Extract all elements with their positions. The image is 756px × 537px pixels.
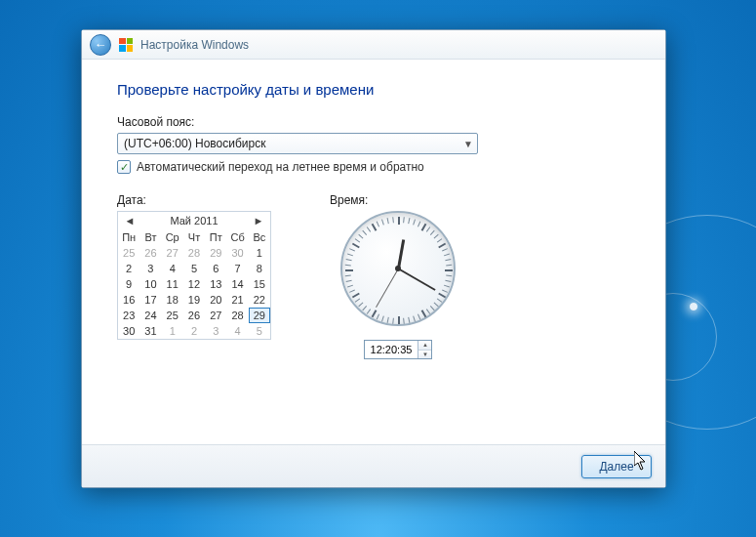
calendar-day[interactable]: 15	[249, 276, 270, 292]
analog-clock	[340, 211, 456, 326]
calendar-day[interactable]: 10	[139, 276, 161, 292]
calendar-day[interactable]: 26	[183, 308, 205, 323]
calendar-dow: Вс	[249, 229, 270, 245]
date-label: Дата:	[117, 193, 271, 207]
titlebar: ← Настройка Windows	[82, 30, 665, 60]
calendar-day[interactable]: 3	[205, 323, 226, 339]
calendar-dow: Пн	[118, 229, 139, 245]
calendar-day[interactable]: 26	[139, 245, 161, 261]
timezone-combobox[interactable]: (UTC+06:00) Новосибирск ▼	[117, 133, 478, 154]
calendar-day[interactable]: 30	[226, 245, 248, 261]
calendar-day[interactable]: 9	[118, 276, 139, 292]
calendar-day[interactable]: 22	[249, 292, 270, 308]
setup-window: ← Настройка Windows Проверьте настройку …	[81, 29, 666, 488]
page-heading: Проверьте настройку даты и времени	[117, 81, 630, 98]
calendar-day[interactable]: 6	[205, 261, 226, 276]
timezone-label: Часовой пояс:	[117, 115, 630, 129]
calendar-day[interactable]: 11	[162, 276, 183, 292]
calendar-day[interactable]: 12	[183, 276, 205, 292]
calendar-day[interactable]: 25	[118, 245, 139, 261]
footer: Далее	[82, 444, 665, 487]
calendar-day[interactable]: 27	[162, 245, 183, 261]
calendar-day[interactable]: 2	[183, 323, 205, 339]
calendar-day[interactable]: 17	[139, 292, 161, 308]
time-up-button[interactable]: ▲	[418, 341, 431, 351]
window-title: Настройка Windows	[140, 38, 249, 52]
calendar-dow: Сб	[226, 229, 248, 245]
windows-logo-icon	[119, 38, 133, 52]
calendar-day[interactable]: 19	[183, 292, 205, 308]
calendar-day[interactable]: 24	[139, 308, 161, 323]
arrow-left-icon: ←	[95, 38, 107, 51]
chevron-down-icon: ▼	[463, 139, 473, 149]
back-button[interactable]: ←	[90, 34, 111, 56]
calendar-day[interactable]: 29	[249, 308, 270, 323]
calendar-day[interactable]: 8	[249, 261, 270, 276]
calendar-dow: Пт	[205, 229, 226, 245]
calendar-day[interactable]: 23	[118, 308, 139, 323]
calendar-day[interactable]: 7	[226, 261, 248, 276]
calendar-day[interactable]: 3	[139, 261, 161, 276]
calendar-day[interactable]: 21	[226, 292, 248, 308]
dst-checkbox[interactable]: ✓	[117, 160, 131, 174]
time-label: Время:	[330, 193, 466, 207]
calendar-dow: Ср	[162, 229, 183, 245]
calendar: ◄ Май 2011 ► ПнВтСрЧтПтСбВс 252627282930…	[117, 211, 271, 340]
calendar-day[interactable]: 5	[249, 323, 270, 339]
time-spinner[interactable]: 12:20:35 ▲ ▼	[364, 340, 433, 359]
dst-label: Автоматический переход на летнее время и…	[137, 160, 424, 174]
calendar-day[interactable]: 4	[162, 261, 183, 276]
calendar-day[interactable]: 1	[162, 323, 183, 339]
time-value[interactable]: 12:20:35	[365, 341, 418, 358]
calendar-day[interactable]: 28	[183, 245, 205, 261]
calendar-prev-button[interactable]: ◄	[124, 215, 136, 227]
calendar-day[interactable]: 4	[226, 323, 248, 339]
calendar-day[interactable]: 5	[183, 261, 205, 276]
calendar-day[interactable]: 2	[118, 261, 139, 276]
calendar-dow: Вт	[139, 229, 161, 245]
calendar-day[interactable]: 1	[249, 245, 270, 261]
next-button[interactable]: Далее	[581, 455, 652, 478]
calendar-day[interactable]: 27	[205, 308, 226, 323]
calendar-next-button[interactable]: ►	[253, 215, 264, 227]
calendar-day[interactable]: 14	[226, 276, 248, 292]
calendar-day[interactable]: 13	[205, 276, 226, 292]
calendar-day[interactable]: 30	[118, 323, 139, 339]
timezone-selected: (UTC+06:00) Новосибирск	[124, 137, 265, 150]
calendar-day[interactable]: 18	[162, 292, 183, 308]
calendar-day[interactable]: 20	[205, 292, 226, 308]
time-down-button[interactable]: ▼	[418, 351, 431, 359]
calendar-day[interactable]: 25	[162, 308, 183, 323]
calendar-dow: Чт	[183, 229, 205, 245]
calendar-day[interactable]: 16	[118, 292, 139, 308]
content-area: Проверьте настройку даты и времени Часов…	[82, 60, 665, 444]
calendar-day[interactable]: 29	[205, 245, 226, 261]
calendar-day[interactable]: 31	[139, 323, 161, 339]
calendar-month-title: Май 2011	[170, 215, 218, 227]
calendar-day[interactable]: 28	[226, 308, 248, 323]
